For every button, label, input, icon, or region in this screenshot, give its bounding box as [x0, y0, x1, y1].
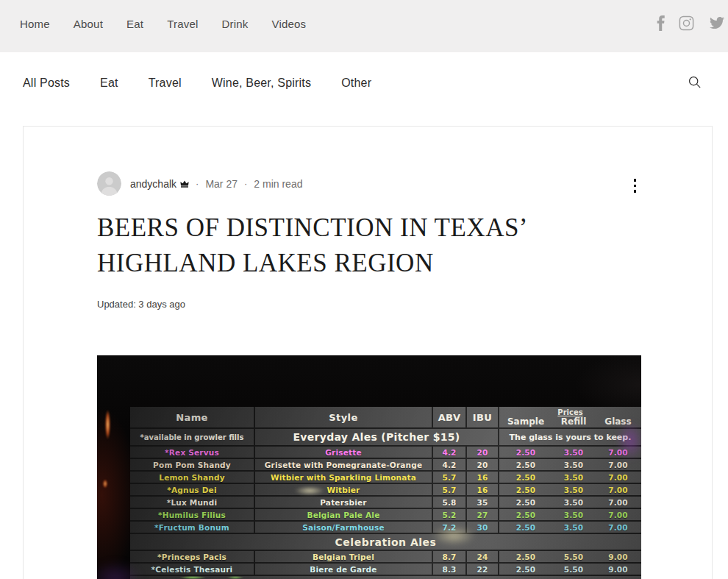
menu-cell-glass: 7.00 [595, 484, 641, 495]
menu-cell-ibu: 20 [467, 459, 499, 470]
menu-cell-sample: 2.50 [499, 484, 552, 495]
menu-cell-abv: 4.2 [433, 459, 467, 470]
facebook-icon[interactable] [657, 15, 665, 31]
section-title-everyday-ales: Everyday Ales (Pitcher $15) [255, 429, 499, 445]
menu-cell-abv: 5.7 [433, 472, 467, 483]
menu-cell-style: Grisette [255, 447, 433, 458]
section-title-celebration-ales: Celebration Ales [130, 534, 641, 551]
menu-cell-glass: 7.00 [595, 497, 641, 508]
admin-crown-icon [180, 180, 189, 188]
tab-other[interactable]: Other [341, 77, 371, 90]
menu-cell-refill: 3.50 [552, 497, 595, 508]
menu-cell-sample: 2.50 [499, 551, 552, 562]
cut-off-row [130, 576, 641, 579]
post-card: andychalk · Mar 27 · 2 min read BEERS OF… [23, 126, 713, 579]
topnav-item-videos[interactable]: Videos [271, 18, 306, 30]
menu-cell-glass: 7.00 [595, 459, 641, 470]
menu-cell-sample: 2.50 [499, 509, 552, 520]
post-header: andychalk · Mar 27 · 2 min read [97, 171, 639, 196]
meta-separator: · [196, 178, 199, 189]
menu-cell-refill: 3.50 [552, 509, 595, 520]
everyday-ales-rows: *Rex ServusGrisette4.2202.503.507.00Pom … [130, 447, 641, 534]
menu-cell-name: *Celestis Thesauri [130, 564, 255, 575]
col-header-prices-group: Prices Sample Refill Glass [499, 407, 641, 427]
glass-note: The glass is yours to keep. [499, 429, 641, 445]
menu-cell-glass: 7.00 [595, 522, 641, 533]
search-icon[interactable] [688, 76, 701, 90]
menu-row: *Princeps PacisBelgian Tripel8.7242.505.… [130, 551, 641, 564]
menu-cell-style: Biere de Garde [255, 564, 433, 575]
menu-cell-glass: 9.00 [595, 551, 641, 562]
top-nav-links: Home About Eat Travel Drink Videos [20, 18, 306, 30]
menu-cell-style: Witbier [255, 484, 433, 495]
col-header-abv: ABV [433, 407, 467, 427]
menu-cell-abv: 8.7 [433, 551, 467, 562]
topnav-item-travel[interactable]: Travel [167, 18, 198, 30]
menu-cell-refill: 3.50 [552, 522, 595, 533]
menu-row: *Rex ServusGrisette4.2202.503.507.00 [130, 447, 641, 459]
menu-cell-glass: 7.00 [595, 509, 641, 520]
menu-cell-style: Patersbier [255, 497, 433, 508]
menu-cell-style: Grisette with Pomegranate-Orange [255, 459, 433, 470]
menu-cell-name: Pom Pom Shandy [130, 459, 255, 470]
post-image: Name Style ABV IBU Prices Sample Refill … [97, 355, 641, 579]
menu-cell-sample: 2.50 [499, 459, 552, 470]
celebration-ales-rows: *Princeps PacisBelgian Tripel8.7242.505.… [130, 551, 641, 576]
col-header-style: Style [255, 407, 433, 427]
instagram-icon[interactable] [679, 15, 694, 31]
menu-cell-sample: 2.50 [499, 447, 552, 458]
menu-cell-ibu: 27 [467, 509, 499, 520]
menu-board-header: Name Style ABV IBU Prices Sample Refill … [130, 407, 641, 429]
tab-wine-beer-spirits[interactable]: Wine, Beer, Spirits [212, 77, 311, 90]
author-avatar[interactable] [97, 171, 121, 196]
author-name: andychalk [130, 178, 176, 190]
menu-cell-ibu: 22 [467, 564, 499, 575]
col-header-sample: Sample [499, 416, 552, 427]
menu-cell-abv: 5.7 [433, 484, 467, 495]
topnav-item-drink[interactable]: Drink [221, 18, 248, 30]
tab-eat[interactable]: Eat [100, 77, 118, 90]
post-meta: andychalk · Mar 27 · 2 min read [130, 171, 302, 196]
menu-board-subheader: *available in growler fills Everyday Ale… [130, 429, 641, 447]
more-options-icon[interactable] [632, 177, 638, 194]
growler-note: *available in growler fills [130, 429, 255, 445]
tab-all-posts[interactable]: All Posts [23, 77, 70, 90]
menu-cell-ibu: 24 [467, 551, 499, 562]
menu-cell-glass: 7.00 [595, 447, 641, 458]
tab-travel[interactable]: Travel [149, 77, 182, 90]
col-header-glass: Glass [595, 416, 641, 427]
menu-cell-sample: 2.50 [499, 522, 552, 533]
menu-row: *Celestis ThesauriBiere de Garde8.3222.5… [130, 564, 641, 576]
menu-cell-style: Saison/Farmhouse [255, 522, 433, 533]
menu-cell-refill: 3.50 [552, 484, 595, 495]
author-link[interactable]: andychalk [130, 178, 189, 190]
topnav-item-eat[interactable]: Eat [126, 18, 143, 30]
post-date: Mar 27 [205, 178, 238, 190]
menu-cell-abv: 8.3 [433, 564, 467, 575]
post-title: BEERS OF DISTINCTION IN TEXAS’ HIGHLAND … [97, 210, 641, 281]
twitter-icon[interactable] [708, 15, 726, 30]
menu-cell-refill: 3.50 [552, 459, 595, 470]
meta-separator: · [244, 178, 247, 189]
menu-cell-sample: 2.50 [499, 497, 552, 508]
menu-board: Name Style ABV IBU Prices Sample Refill … [130, 407, 641, 579]
col-header-prices: Prices [557, 408, 582, 416]
top-nav: Home About Eat Travel Drink Videos [0, 0, 728, 52]
menu-cell-ibu: 35 [467, 497, 499, 508]
menu-cell-style: Witbier with Sparkling Limonata [255, 472, 433, 483]
blog-nav-tabs: All Posts Eat Travel Wine, Beer, Spirits… [23, 77, 371, 90]
col-header-ibu: IBU [467, 407, 499, 427]
menu-cell-name: *Fructum Bonum [130, 522, 255, 533]
blog-nav: All Posts Eat Travel Wine, Beer, Spirits… [0, 52, 728, 111]
menu-cell-refill: 3.50 [552, 472, 595, 483]
col-header-refill: Refill [552, 416, 595, 427]
menu-cell-refill: 3.50 [552, 447, 595, 458]
menu-cell-style: Belgian Pale Ale [255, 509, 433, 520]
menu-cell-abv: 5.8 [433, 497, 467, 508]
topnav-item-home[interactable]: Home [20, 18, 50, 30]
menu-cell-abv: 5.2 [433, 509, 467, 520]
read-time: 2 min read [254, 178, 302, 190]
menu-cell-abv: 7.2 [433, 522, 467, 533]
topnav-item-about[interactable]: About [74, 18, 103, 30]
updated-label: Updated: 3 days ago [97, 299, 185, 310]
